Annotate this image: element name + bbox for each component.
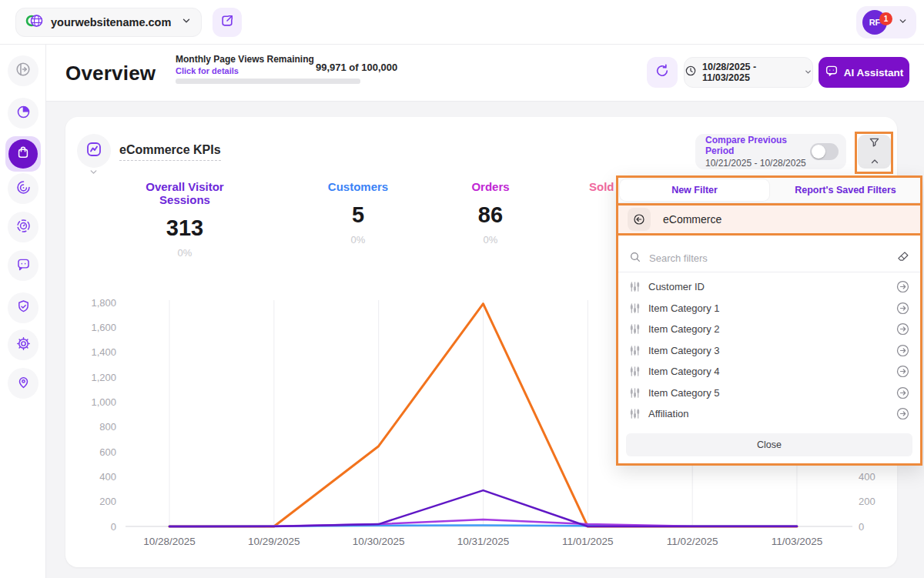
eraser-icon[interactable]	[896, 250, 909, 266]
filter-item-label: Item Category 2	[648, 323, 889, 335]
compare-previous-period: Compare Previous Period 10/21/2025 - 10/…	[695, 134, 846, 169]
line-chart-icon	[85, 140, 103, 162]
svg-text:400: 400	[859, 471, 875, 483]
kpi-sold-label[interactable]: Sold	[589, 180, 614, 193]
kpi-label[interactable]: Orders	[429, 180, 552, 193]
location-pin-icon	[15, 374, 32, 393]
kpi-sessions: Overall Visitor Sessions 313 0%	[123, 180, 246, 259]
filter-item[interactable]: Customer ID	[618, 276, 920, 298]
ai-assistant-button[interactable]: AI Assistant	[819, 57, 909, 88]
user-menu[interactable]: RF 1	[856, 6, 916, 38]
kpi-label[interactable]: Customers	[296, 180, 420, 193]
sliders-icon	[629, 408, 641, 419]
kpi-value: 313	[123, 215, 246, 241]
arrow-right-circle-icon[interactable]	[896, 322, 909, 336]
filter-item[interactable]: Item Category 5	[618, 383, 920, 404]
svg-text:800: 800	[99, 421, 116, 433]
filter-list: Customer IDItem Category 1Item Category …	[618, 272, 920, 428]
filter-item[interactable]: Item Category 4	[618, 361, 920, 383]
chevron-down-icon	[898, 15, 908, 29]
svg-text:1,800: 1,800	[91, 297, 116, 309]
panel-spacer	[618, 236, 920, 245]
close-button[interactable]: Close	[626, 433, 912, 456]
sliders-icon	[629, 323, 641, 335]
shopping-bag-icon	[15, 145, 31, 163]
svg-text:200: 200	[99, 496, 116, 507]
refresh-icon	[654, 63, 670, 82]
widget-title[interactable]: eCommerce KPIs	[119, 143, 221, 161]
kpi-change: 0%	[123, 247, 246, 259]
page-views-usage: 99,971 of 100,000	[316, 62, 397, 73]
filter-item-label: Item Category 4	[648, 366, 889, 377]
sidebar-item-security[interactable]	[8, 292, 38, 323]
app-root: yourwebsitename.com RF 1	[0, 0, 924, 578]
open-site-button[interactable]	[213, 8, 242, 37]
chevron-down-icon	[804, 65, 812, 79]
filter-category-ecommerce[interactable]: eCommerce	[618, 203, 920, 236]
swirl-icon	[15, 179, 32, 199]
svg-text:1,400: 1,400	[91, 346, 116, 358]
filter-search-row	[618, 245, 920, 272]
sidebar-item-panel-toggle[interactable]	[8, 55, 38, 86]
widget-icon-wrap[interactable]	[77, 134, 111, 168]
avatar: RF 1	[862, 10, 887, 35]
svg-text:11/01/2025: 11/01/2025	[562, 536, 614, 547]
page-header: Overview Monthly Page Views Remaining Cl…	[46, 45, 924, 102]
filter-button[interactable]	[858, 135, 891, 169]
svg-text:200: 200	[859, 496, 875, 507]
sidebar-item-sessions[interactable]	[8, 173, 38, 204]
svg-text:0: 0	[859, 521, 864, 533]
filter-item-label: Item Category 5	[648, 387, 889, 399]
sliders-icon	[629, 345, 641, 356]
sliders-icon	[629, 387, 641, 399]
tab-new-filter[interactable]: New Filter	[620, 179, 769, 201]
arrow-right-circle-icon[interactable]	[896, 407, 909, 420]
refresh-button[interactable]	[647, 57, 678, 88]
focus-scan-icon	[15, 218, 32, 237]
filter-search-input[interactable]	[649, 252, 889, 264]
kpi-change: 0%	[296, 234, 420, 246]
filter-item-label: Item Category 1	[648, 302, 889, 314]
filter-item[interactable]: Affiliation	[618, 403, 920, 425]
chevron-up-icon	[870, 154, 879, 168]
arrow-right-circle-icon[interactable]	[896, 386, 909, 399]
date-range-value: 10/28/2025 - 11/03/2025	[702, 62, 798, 83]
kpi-orders: Orders 86 0%	[429, 180, 552, 246]
kpi-change: 0%	[429, 234, 552, 246]
svg-text:1,000: 1,000	[91, 396, 116, 408]
tab-saved-filters[interactable]: Report's Saved Filters	[771, 178, 920, 202]
svg-text:10/29/2025: 10/29/2025	[248, 536, 300, 547]
arrow-right-circle-icon[interactable]	[896, 302, 909, 315]
sliders-icon	[629, 281, 641, 292]
active-indicator	[8, 139, 38, 169]
arrow-right-circle-icon[interactable]	[896, 344, 909, 357]
svg-text:10/31/2025: 10/31/2025	[457, 536, 510, 547]
svg-text:11/02/2025: 11/02/2025	[667, 536, 718, 547]
compare-toggle[interactable]	[810, 143, 839, 160]
sidebar-item-focus[interactable]	[8, 212, 38, 242]
svg-text:0: 0	[111, 521, 116, 533]
filter-item[interactable]: Item Category 3	[618, 340, 920, 362]
kpi-label[interactable]: Overall Visitor Sessions	[123, 180, 246, 206]
sidebar-item-analytics[interactable]	[8, 98, 38, 129]
pie-chart-icon	[15, 104, 32, 123]
site-selector[interactable]: yourwebsitename.com	[15, 8, 202, 37]
sidebar-item-locations[interactable]	[8, 368, 38, 399]
kpi-customers: Customers 5 0%	[296, 180, 420, 246]
arrow-right-circle-icon[interactable]	[896, 280, 909, 293]
widget-chevron-icon[interactable]	[89, 166, 99, 180]
sidebar-item-feedback[interactable]	[8, 250, 38, 281]
filter-panel: New Filter Report's Saved Filters eComme…	[616, 175, 922, 466]
back-arrow-circle-icon[interactable]	[628, 208, 651, 231]
filter-item[interactable]: Item Category 1	[618, 298, 920, 319]
sidebar-item-settings[interactable]	[8, 329, 38, 360]
svg-text:10/28/2025: 10/28/2025	[143, 536, 196, 547]
toggle-knob	[812, 145, 825, 159]
sidebar-item-ecommerce[interactable]	[5, 136, 41, 172]
filter-item[interactable]: Item Category 2	[618, 319, 920, 340]
arrow-right-circle-icon[interactable]	[896, 365, 909, 378]
panel-toggle-icon	[15, 61, 32, 81]
ai-assistant-label: AI Assistant	[844, 67, 904, 79]
page-views-progress	[176, 79, 360, 84]
date-range-picker[interactable]: 10/28/2025 - 11/03/2025	[684, 57, 813, 88]
